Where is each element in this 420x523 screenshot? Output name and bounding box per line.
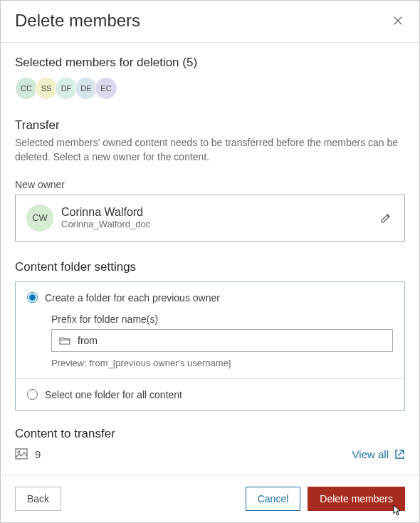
radio-per-owner-label: Create a folder for each previous owner	[45, 292, 220, 304]
radio-single-folder[interactable]	[27, 389, 38, 400]
prefix-label: Prefix for folder name(s)	[51, 314, 393, 325]
edit-owner-button[interactable]	[377, 209, 394, 227]
dialog-body: Selected members for deletion (5) CC SS …	[1, 43, 419, 475]
svg-point-1	[18, 451, 20, 453]
delete-members-button[interactable]: Delete members	[308, 487, 405, 511]
transfer-helper-text: Selected members' owned content needs to…	[15, 135, 405, 165]
owner-name: Corinna Walford	[61, 206, 367, 219]
new-owner-card: CW Corinna Walford Corinna_Walford_doc	[15, 195, 405, 242]
close-button[interactable]	[391, 14, 405, 28]
transfer-section: Transfer Selected members' owned content…	[15, 118, 405, 242]
selected-avatars-row: CC SS DF DE EC	[15, 77, 405, 100]
content-to-transfer-section: Content to transfer 9 View all	[15, 427, 405, 460]
content-transfer-heading: Content to transfer	[15, 427, 405, 441]
folder-option-per-owner[interactable]: Create a folder for each previous owner …	[16, 282, 404, 378]
back-button[interactable]: Back	[15, 487, 61, 511]
content-count: 9	[15, 448, 41, 460]
member-avatar: EC	[95, 77, 117, 100]
radio-per-owner[interactable]	[27, 292, 38, 303]
pencil-icon	[380, 212, 392, 224]
folder-icon	[59, 336, 70, 346]
dialog-footer: Back Cancel Delete members	[1, 475, 419, 522]
owner-info: Corinna Walford Corinna_Walford_doc	[61, 206, 367, 229]
prefix-input[interactable]	[78, 335, 385, 346]
new-owner-label: New owner	[15, 179, 405, 190]
footer-right: Cancel Delete members	[246, 487, 405, 511]
radio-single-label: Select one folder for all content	[45, 389, 182, 400]
owner-avatar: CW	[26, 204, 54, 232]
delete-members-dialog: Delete members Selected members for dele…	[0, 0, 420, 523]
prefix-preview: Preview: from_[previous owner's username…	[51, 358, 393, 368]
selected-members-section: Selected members for deletion (5) CC SS …	[15, 56, 405, 100]
folder-settings-heading: Content folder settings	[15, 260, 405, 274]
close-icon	[394, 16, 402, 25]
dialog-title: Delete members	[15, 11, 140, 31]
cancel-button[interactable]: Cancel	[246, 487, 301, 511]
owner-username: Corinna_Walford_doc	[61, 219, 367, 229]
content-folder-settings-section: Content folder settings Create a folder …	[15, 260, 405, 411]
folder-settings-box: Create a folder for each previous owner …	[15, 281, 405, 411]
folder-option-single[interactable]: Select one folder for all content	[16, 378, 404, 410]
content-transfer-row: 9 View all	[15, 448, 405, 460]
prefix-input-wrap[interactable]	[51, 329, 393, 352]
transfer-heading: Transfer	[15, 118, 405, 133]
view-all-label: View all	[352, 448, 389, 460]
content-count-value: 9	[35, 448, 41, 460]
dialog-header: Delete members	[1, 1, 419, 43]
external-link-icon	[394, 449, 405, 460]
image-icon	[15, 448, 28, 460]
prefix-subfield: Prefix for folder name(s) Preview: from_…	[51, 314, 393, 368]
view-all-link[interactable]: View all	[352, 448, 405, 460]
selected-members-heading: Selected members for deletion (5)	[15, 56, 405, 70]
